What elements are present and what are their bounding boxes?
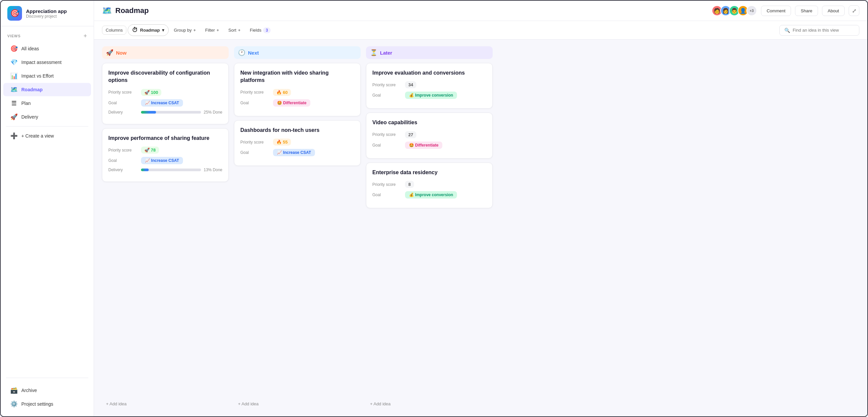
sidebar-item-project-settings[interactable]: ⚙️ Project settings — [3, 397, 91, 411]
goal-field: Goal 💰 Improve conversion — [372, 92, 486, 99]
card-title: Enterprise data residency — [372, 169, 486, 176]
sidebar-item-delivery[interactable]: 🚀 Delivery — [3, 110, 91, 124]
sort-button[interactable]: Sort + — [224, 26, 244, 35]
column-next: 🕐Next New integration with video sharing… — [234, 46, 361, 410]
card-title: Improve evaluation and conversions — [372, 69, 486, 77]
goal-badge: 💰 Improve conversion — [405, 92, 457, 99]
add-view-icon[interactable]: + — [83, 33, 87, 39]
plus-icon: + — [217, 28, 219, 33]
nav-icon: 🗺️ — [10, 86, 18, 93]
add-idea-now[interactable]: + Add idea — [102, 398, 229, 410]
column-label: Later — [380, 50, 392, 56]
priority-badge: 🚀 78 — [141, 146, 159, 153]
priority-label: Priority score — [240, 90, 270, 95]
column-header-next: 🕐Next — [234, 46, 361, 59]
board: 🚀Now Improve discoverability of configur… — [94, 40, 867, 416]
card-card-2[interactable]: Improve performance of sharing feature P… — [102, 128, 229, 182]
goal-field: Goal 🤩 Differentiate — [372, 142, 486, 149]
group-by-label: Group by — [174, 28, 192, 33]
goal-label: Goal — [372, 143, 402, 147]
plus-icon: + — [193, 28, 196, 33]
topbar-left: 🗺️ Roadmap — [102, 6, 149, 15]
card-card-6[interactable]: Video capabilities Priority score 27 Goa… — [366, 112, 493, 158]
add-idea-later[interactable]: + Add idea — [366, 398, 493, 410]
priority-badge: 27 — [405, 131, 416, 138]
sidebar-divider — [6, 126, 88, 127]
fields-button[interactable]: Fields 3 — [246, 25, 275, 35]
priority-label: Priority score — [372, 82, 402, 87]
sidebar-nav: VIEWS + 🎯 All ideas 💎 Impact assessment … — [1, 26, 94, 375]
topbar: 🗺️ Roadmap 🧑 👩 👨 👤 +3 Comment Share Abou… — [94, 1, 867, 21]
priority-badge: 🔥 55 — [273, 139, 291, 145]
column-icon: ⏳ — [370, 49, 377, 56]
goal-badge: 🤩 Differentiate — [273, 99, 310, 107]
share-button[interactable]: Share — [795, 6, 818, 16]
sidebar-item-create-view[interactable]: ➕ + Create a view — [3, 129, 91, 143]
delivery-label: Delivery — [108, 168, 138, 172]
sidebar-item-impact-assessment[interactable]: 💎 Impact assessment — [3, 56, 91, 69]
expand-button[interactable]: ⤢ — [849, 5, 859, 16]
goal-label: Goal — [372, 193, 402, 197]
sidebar-item-plan[interactable]: ☰ Plan — [3, 97, 91, 110]
sidebar-item-impact-vs-effort[interactable]: 📊 Impact vs Effort — [3, 69, 91, 82]
sidebar-footer-divider — [6, 378, 88, 378]
comment-button[interactable]: Comment — [761, 6, 791, 16]
priority-badge: 🔥 60 — [273, 89, 291, 96]
priority-badge: 8 — [405, 181, 414, 188]
search-box[interactable]: 🔍 — [779, 25, 859, 36]
priority-field: Priority score 8 — [372, 181, 486, 188]
filter-button[interactable]: Filter + — [202, 26, 223, 35]
card-title: Dashboards for non-tech users — [240, 127, 354, 134]
sidebar-item-all-ideas[interactable]: 🎯 All ideas — [3, 42, 91, 55]
group-by-button[interactable]: Group by + — [170, 26, 200, 35]
priority-label: Priority score — [240, 140, 270, 144]
column-icon: 🕐 — [238, 49, 245, 56]
sidebar-item-archive[interactable]: 🗃️ Archive — [3, 384, 91, 397]
card-card-7[interactable]: Enterprise data residency Priority score… — [366, 163, 493, 208]
plus-icon: ➕ — [10, 132, 18, 140]
column-header-later: ⏳Later — [366, 46, 493, 59]
card-title: Video capabilities — [372, 119, 486, 126]
delivery-row: Delivery 13% Done — [108, 168, 222, 172]
chevron-down-icon: ▾ — [162, 28, 164, 33]
columns-button[interactable]: Columns — [102, 26, 126, 35]
priority-field: Priority score 🔥 60 — [240, 89, 354, 96]
sidebar-footer: 🗃️ Archive ⚙️ Project settings — [1, 381, 94, 416]
goal-field: Goal 📈 Increase CSAT — [108, 99, 222, 107]
app-subtitle: Discovery project — [26, 14, 67, 19]
goal-badge: 📈 Increase CSAT — [273, 149, 315, 156]
nav-icon: 📊 — [10, 72, 18, 80]
goal-label: Goal — [240, 101, 270, 105]
about-button[interactable]: About — [822, 6, 845, 16]
goal-badge: 📈 Increase CSAT — [141, 157, 183, 164]
nav-icon: ⚙️ — [10, 401, 18, 408]
roadmap-label: Roadmap — [140, 28, 160, 33]
sort-label: Sort — [228, 28, 236, 33]
column-label: Next — [248, 50, 259, 56]
app-icon: 🎯 — [7, 6, 22, 21]
card-card-4[interactable]: Dashboards for non-tech users Priority s… — [234, 120, 361, 166]
goal-label: Goal — [108, 158, 138, 163]
plus-icon: + — [238, 28, 241, 33]
fields-label: Fields — [250, 28, 262, 33]
sidebar-header: 🎯 Appreciation app Discovery project — [1, 1, 94, 26]
card-card-5[interactable]: Improve evaluation and conversions Prior… — [366, 63, 493, 109]
goal-label: Goal — [108, 101, 138, 105]
nav-icon: ☰ — [10, 100, 18, 107]
column-later: ⏳Later Improve evaluation and conversion… — [366, 46, 493, 410]
card-card-1[interactable]: Improve discoverability of configuration… — [102, 63, 229, 124]
roadmap-selector[interactable]: ⏱ Roadmap ▾ — [128, 24, 168, 36]
progress-bar — [141, 169, 201, 171]
page-title: Roadmap — [115, 6, 149, 15]
app-name: Appreciation app — [26, 8, 67, 14]
priority-label: Priority score — [108, 90, 138, 95]
priority-field: Priority score 34 — [372, 81, 486, 88]
column-now: 🚀Now Improve discoverability of configur… — [102, 46, 229, 410]
search-input[interactable] — [793, 28, 854, 33]
add-idea-next[interactable]: + Add idea — [234, 398, 361, 410]
goal-field: Goal 🤩 Differentiate — [240, 99, 354, 107]
goal-field: Goal 📈 Increase CSAT — [240, 149, 354, 156]
sidebar-item-roadmap[interactable]: 🗺️ Roadmap — [3, 83, 91, 96]
search-icon: 🔍 — [784, 28, 790, 33]
card-card-3[interactable]: New integration with video sharing platf… — [234, 63, 361, 116]
